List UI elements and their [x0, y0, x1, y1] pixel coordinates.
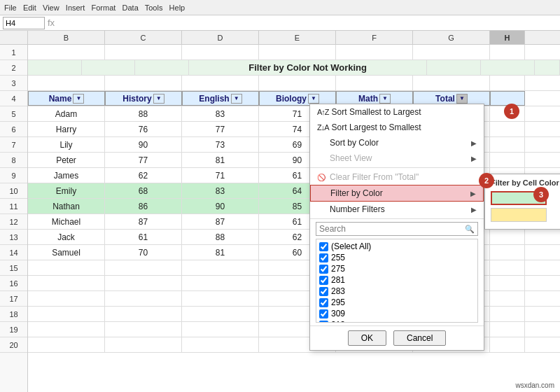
number-filters-item[interactable]: Number Filters ▶: [310, 202, 484, 217]
cell-eng-12[interactable]: 87: [182, 214, 259, 229]
checkbox-283[interactable]: 283: [318, 286, 476, 297]
cell-name-6[interactable]: Harry: [28, 122, 105, 136]
cell-hist-9[interactable]: 62: [105, 168, 182, 183]
filter-btn-biology[interactable]: ▼: [308, 94, 319, 104]
filter-btn-english[interactable]: ▼: [231, 94, 242, 104]
checkbox-255[interactable]: 255: [318, 252, 476, 263]
col-name-header: Name ▼: [28, 91, 105, 106]
row-num-6: 6: [0, 122, 27, 137]
col-headers: B C D E F G H: [28, 31, 560, 45]
chk-283[interactable]: [319, 287, 328, 296]
cell-h7[interactable]: [490, 137, 525, 152]
cell-c2[interactable]: [82, 60, 136, 75]
clear-filter-item[interactable]: 🚫 Clear Filter From "Total": [310, 169, 484, 185]
chk-275[interactable]: [319, 265, 328, 274]
checkbox-275[interactable]: 275: [318, 263, 476, 274]
sort-by-color-item[interactable]: Sort by Color ▶: [310, 135, 484, 150]
cell-e3[interactable]: [259, 76, 336, 90]
cell-name-14[interactable]: Samuel: [28, 245, 105, 260]
sheet-view-item[interactable]: Sheet View ▶: [310, 150, 484, 166]
cell-h2[interactable]: [535, 60, 560, 75]
cell-hist-6[interactable]: 76: [105, 122, 182, 136]
sort-desc-item[interactable]: Z↓A Sort Largest to Smallest: [310, 120, 484, 135]
cell-c3[interactable]: [105, 76, 182, 90]
search-input[interactable]: [319, 224, 465, 234]
cell-b2[interactable]: [28, 60, 82, 75]
cell-eng-5[interactable]: 83: [182, 106, 259, 121]
filter-btn-history[interactable]: ▼: [153, 94, 164, 104]
cell-hist-7[interactable]: 90: [105, 137, 182, 152]
chk-283-label: 283: [331, 286, 345, 296]
cell-f2[interactable]: [427, 60, 481, 75]
ok-button[interactable]: OK: [348, 330, 386, 346]
cell-h6[interactable]: [490, 122, 525, 136]
cell-name-11[interactable]: Nathan: [28, 199, 105, 214]
cell-name-13[interactable]: Jack: [28, 230, 105, 244]
cell-f3[interactable]: [336, 76, 413, 90]
cell-eng-8[interactable]: 81: [182, 153, 259, 167]
number-filters-arrow: ▶: [471, 206, 477, 214]
chk-select-all[interactable]: [319, 242, 328, 251]
cell-c1[interactable]: [105, 45, 182, 59]
cell-hist-11[interactable]: 86: [105, 199, 182, 214]
cell-e1[interactable]: [259, 45, 336, 59]
cell-eng-14[interactable]: 81: [182, 245, 259, 260]
cell-eng-10[interactable]: 83: [182, 183, 259, 198]
cell-b15[interactable]: [28, 260, 105, 275]
search-box[interactable]: 🔍: [316, 222, 478, 236]
cell-hist-10[interactable]: 68: [105, 183, 182, 198]
cell-h8[interactable]: [490, 153, 525, 167]
cell-hist-8[interactable]: 77: [105, 153, 182, 167]
color-swatch-yellow[interactable]: [491, 208, 547, 222]
cell-hist-14[interactable]: 70: [105, 245, 182, 260]
chk-255[interactable]: [319, 253, 328, 262]
cell-hist-5[interactable]: 88: [105, 106, 182, 121]
chk-309[interactable]: [319, 309, 328, 318]
filter-btn-name[interactable]: ▼: [73, 94, 84, 104]
cell-name-7[interactable]: Lily: [28, 137, 105, 152]
cell-h13[interactable]: [490, 230, 525, 244]
row-num-header: [0, 31, 27, 45]
filter-btn-math[interactable]: ▼: [379, 94, 391, 104]
cell-g3[interactable]: [413, 76, 490, 90]
chk-281[interactable]: [319, 276, 328, 285]
cell-name-10[interactable]: Emily: [28, 183, 105, 198]
checkbox-281[interactable]: 281: [318, 274, 476, 286]
cell-hist-13[interactable]: 61: [105, 230, 182, 244]
cell-eng-13[interactable]: 88: [182, 230, 259, 244]
cell-d1[interactable]: [182, 45, 259, 59]
cell-name-9[interactable]: James: [28, 168, 105, 183]
cell-g2[interactable]: [481, 60, 535, 75]
checkbox-295[interactable]: 295: [318, 297, 476, 308]
chk-295[interactable]: [319, 298, 328, 307]
cell-d2[interactable]: [135, 60, 189, 75]
cell-eng-7[interactable]: 73: [182, 137, 259, 152]
separator-1: [310, 167, 484, 168]
cell-b1[interactable]: [28, 45, 105, 59]
cell-eng-9[interactable]: 71: [182, 168, 259, 183]
cell-h4[interactable]: [490, 91, 525, 106]
checkbox-select-all[interactable]: (Select All): [318, 241, 476, 252]
cell-h1[interactable]: [490, 45, 525, 59]
cell-b3[interactable]: [28, 76, 105, 90]
filter-by-color-item[interactable]: Filter by Color ▶: [310, 185, 484, 202]
sort-asc-item[interactable]: A↑Z Sort Smallest to Largest: [310, 104, 484, 120]
checkbox-309[interactable]: 309: [318, 308, 476, 319]
checkbox-313[interactable]: 313: [318, 319, 476, 323]
cell-f1[interactable]: [336, 45, 413, 59]
cell-eng-11[interactable]: 90: [182, 199, 259, 214]
cell-h3[interactable]: [490, 76, 525, 90]
cell-hist-12[interactable]: 87: [105, 214, 182, 229]
cancel-button[interactable]: Cancel: [393, 330, 446, 346]
cell-d3[interactable]: [182, 76, 259, 90]
cell-name-8[interactable]: Peter: [28, 153, 105, 167]
cell-h14[interactable]: [490, 245, 525, 260]
cell-name-5[interactable]: Adam: [28, 106, 105, 121]
cell-g1[interactable]: [413, 45, 490, 59]
cell-eng-6[interactable]: 77: [182, 122, 259, 136]
chk-313[interactable]: [319, 321, 328, 323]
filter-btn-total[interactable]: ▼: [456, 94, 468, 104]
cell-name-12[interactable]: Michael: [28, 214, 105, 229]
submenu-title: Filter by Cell Color: [491, 178, 560, 187]
name-box[interactable]: [3, 17, 45, 29]
